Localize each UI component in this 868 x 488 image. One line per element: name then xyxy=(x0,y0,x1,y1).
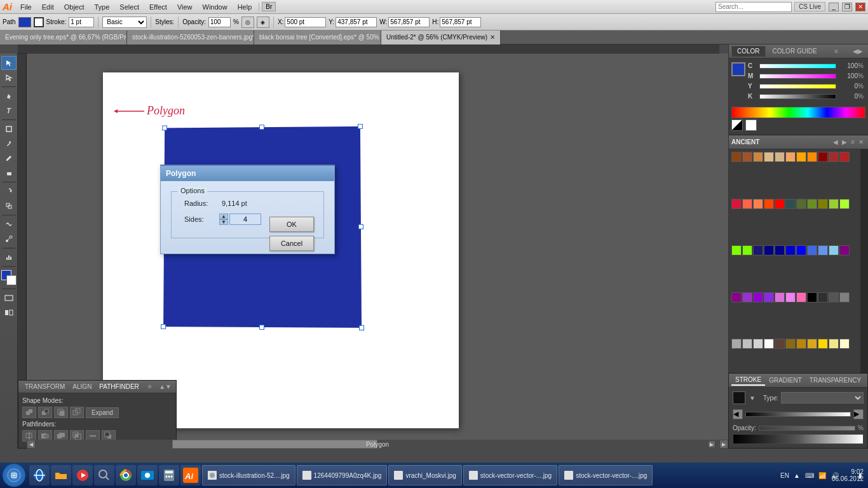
swatch-cell-28[interactable] xyxy=(796,245,806,255)
h-input[interactable] xyxy=(440,17,481,27)
taskbar-item-2[interactable]: vrachi_Moskvi.jpg xyxy=(388,465,461,485)
ancient-prev-btn[interactable]: ◀ xyxy=(831,139,840,146)
selection-tool[interactable] xyxy=(1,56,17,70)
handle-br[interactable] xyxy=(359,325,364,330)
taskbar-ie-icon[interactable] xyxy=(29,465,50,485)
menu-file[interactable]: File xyxy=(16,2,36,12)
swatch-cell-50[interactable] xyxy=(796,339,806,349)
swatch-cell-30[interactable] xyxy=(818,245,828,255)
tab-3-close[interactable]: ✕ xyxy=(490,34,495,41)
swatch-cell-25[interactable] xyxy=(764,245,774,255)
taskbar-item-1[interactable]: 1264409799A0zq4K.jpg xyxy=(297,465,388,485)
swatch-cell-3[interactable] xyxy=(764,152,774,162)
swatch-cell-12[interactable] xyxy=(742,199,752,209)
transform-panel-menu-btn[interactable]: ≡ xyxy=(146,383,154,390)
swatch-cell-35[interactable] xyxy=(753,292,763,302)
style-extra-btn[interactable]: ◈ xyxy=(257,17,269,28)
nav-triangle-btn[interactable]: ▶ xyxy=(708,440,715,448)
swatch-cell-51[interactable] xyxy=(807,339,817,349)
taskbar-search-icon[interactable] xyxy=(94,465,114,485)
color-selector[interactable] xyxy=(1,270,17,285)
swatch-cell-6[interactable] xyxy=(796,152,806,162)
swatch-cell-53[interactable] xyxy=(829,339,839,349)
swatch-cell-0[interactable] xyxy=(731,152,742,162)
handle-bc[interactable] xyxy=(259,325,264,330)
menu-type[interactable]: Type xyxy=(90,2,114,12)
stroke-tab[interactable]: STROKE xyxy=(731,375,765,386)
handle-bl[interactable] xyxy=(161,324,166,329)
style-dropdown[interactable]: Basic xyxy=(102,17,147,28)
minimize-button[interactable]: _ xyxy=(829,3,839,11)
stroke-prev-btn[interactable]: ◀ xyxy=(733,409,743,419)
swatch-cell-27[interactable] xyxy=(785,245,796,255)
taskbar-ai-icon[interactable]: Ai xyxy=(180,465,201,485)
swatch-cell-29[interactable] xyxy=(807,245,817,255)
bridge-button[interactable]: Br xyxy=(262,2,276,11)
swatch-cell-36[interactable] xyxy=(764,292,774,302)
gradient-tab[interactable]: GRADIENT xyxy=(765,376,806,385)
stroke-swatch[interactable] xyxy=(34,17,44,27)
color-guide-tab[interactable]: COLOR GUIDE xyxy=(767,46,823,57)
active-color-swatch[interactable] xyxy=(731,62,745,76)
taskbar-item-0[interactable]: stock-illustration-52....jpg xyxy=(202,465,295,485)
color-panel-menu-btn[interactable]: ≡ xyxy=(832,46,841,56)
align-tab[interactable]: ALIGN xyxy=(69,383,95,391)
swatch-cell-52[interactable] xyxy=(818,339,828,349)
menu-help[interactable]: Help xyxy=(233,2,257,12)
color-spectrum[interactable] xyxy=(731,107,865,118)
swatch-cell-14[interactable] xyxy=(764,199,774,209)
swatch-cell-43[interactable] xyxy=(839,292,850,302)
white-swatch[interactable] xyxy=(745,119,757,131)
swatch-cell-42[interactable] xyxy=(829,292,839,302)
opacity-extra-btn[interactable]: ◎ xyxy=(241,17,254,28)
taskbar-item-4[interactable]: stock-vector-vector-....jpg xyxy=(559,465,653,485)
stroke-opacity-slider[interactable] xyxy=(759,426,855,431)
shape-tool[interactable] xyxy=(1,122,17,136)
k-slider[interactable] xyxy=(759,94,836,99)
blend-tool[interactable] xyxy=(1,232,17,246)
intersect-btn[interactable] xyxy=(54,407,68,418)
pencil-tool[interactable] xyxy=(1,151,17,165)
swatch-cell-19[interactable] xyxy=(818,199,828,209)
close-button[interactable]: ✕ xyxy=(855,3,865,11)
swatch-cell-15[interactable] xyxy=(775,199,785,209)
spin-down-btn[interactable]: ▼ xyxy=(219,219,228,225)
swatch-cell-13[interactable] xyxy=(753,199,763,209)
swatch-cell-44[interactable] xyxy=(731,339,742,349)
ok-button[interactable]: OK xyxy=(269,217,314,232)
swatch-cell-33[interactable] xyxy=(731,292,742,302)
taskbar-media-icon[interactable] xyxy=(72,465,93,485)
ancient-close-btn[interactable]: ✕ xyxy=(857,139,865,146)
cs-live-button[interactable]: CS Live xyxy=(794,2,825,11)
pen-tool[interactable] xyxy=(1,89,17,103)
ancient-next-btn[interactable]: ▶ xyxy=(840,139,849,146)
swatch-cell-18[interactable] xyxy=(807,199,817,209)
swatch-cell-21[interactable] xyxy=(839,199,850,209)
taskbar-item-3[interactable]: stock-vector-vector-....jpg xyxy=(463,465,557,485)
swatch-cell-54[interactable] xyxy=(839,339,850,349)
c-slider[interactable] xyxy=(759,64,836,69)
transform-tab[interactable]: TRANSFORM xyxy=(21,383,69,391)
swatch-cell-24[interactable] xyxy=(753,245,763,255)
handle-tl[interactable] xyxy=(162,125,167,130)
swatch-cell-20[interactable] xyxy=(829,199,839,209)
handle-mr[interactable] xyxy=(358,224,363,229)
swatch-cell-49[interactable] xyxy=(785,339,796,349)
swatch-cell-31[interactable] xyxy=(829,245,839,255)
taskbar-show-desktop-btn[interactable]: ▮ xyxy=(855,470,865,480)
swatch-cell-9[interactable] xyxy=(829,152,839,162)
scale-tool[interactable] xyxy=(1,199,17,213)
color-tab[interactable]: COLOR xyxy=(731,46,766,57)
warp-tool[interactable] xyxy=(1,217,17,231)
taskbar-network-icon[interactable]: 📶 xyxy=(817,470,827,480)
swatch-cell-38[interactable] xyxy=(785,292,796,302)
y-input[interactable] xyxy=(336,17,377,27)
tab-1[interactable]: stock-illustration-5260053-zen-banners.j… xyxy=(127,30,254,44)
opacity-input[interactable] xyxy=(208,17,231,27)
swatch-cell-1[interactable] xyxy=(742,152,752,162)
eraser-tool[interactable] xyxy=(1,166,17,180)
handle-tr[interactable] xyxy=(358,124,363,129)
swatch-cell-2[interactable] xyxy=(753,152,763,162)
none-color-swatch[interactable] xyxy=(731,119,743,131)
swatch-cell-47[interactable] xyxy=(764,339,774,349)
